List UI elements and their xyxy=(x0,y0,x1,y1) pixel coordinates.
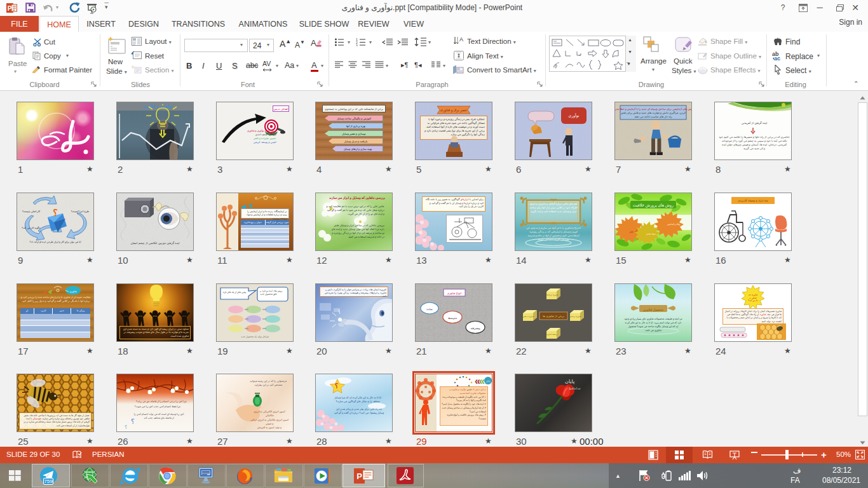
svg-text:ac: ac xyxy=(774,55,780,61)
svg-text:فناوری صنعتی: فناوری صنعتی xyxy=(522,315,534,318)
svg-text:نکته می آیند با خود و سپس به چ: نکته می آیند با خود و سپس به چشم می آورد… xyxy=(722,139,787,142)
svg-text:آفریدنی، درختان، ایده ها، آسما: آفریدنی، درختان، ایده ها، آسمان و هوش چی… xyxy=(722,143,787,146)
svg-text:میوه بیشتر: میوه بیشتر xyxy=(646,233,656,235)
svg-text:اید که این وسایل چگونه ساخته م: اید که این وسایل چگونه ساخته می شوند؟ مح… xyxy=(628,325,679,328)
svg-text:نوآوری: نوآوری xyxy=(569,112,580,118)
svg-text:وقتی فکر از یک فکر تازه: وقتی فکر از یک فکر تازه xyxy=(223,291,247,294)
svg-text:P: P xyxy=(356,471,362,481)
svg-text:کردن، فراگیری دانش و مهارت های: کردن، فراگیری دانش و مهارت های جدید و تل… xyxy=(621,111,686,114)
svg-text:هر آنچه و طبیعت، محصولات فناور: هر آنچه و طبیعت، محصولات فناوری های بسیا… xyxy=(624,317,682,320)
svg-text:ساده: ساده xyxy=(426,308,433,311)
svg-text:چرا فقط اجسام آهنی جذب آهن ربا: چرا فقط اجسام آهنی جذب آهن ربا می شوند؟ xyxy=(135,405,181,408)
svg-text:فناوری ارتباطات: فناوری ارتباطات xyxy=(545,294,559,296)
svg-text:محصول فناوری: محصول فناوری xyxy=(643,308,663,312)
svg-text:مختلف را به شکل های گوناگون می: مختلف را به شکل های گوناگون می سازند؟ xyxy=(336,400,379,403)
svg-text:طرح اجرا کیست؟: طرح اجرا کیست؟ xyxy=(71,210,89,213)
svg-text:راه حل های مناسب ادامه می دهند: راه حل های مناسب ادامه می دهند xyxy=(634,115,672,118)
svg-text:متوسط: متوسط xyxy=(448,316,458,320)
svg-text:رفاه و آسایش: رفاه و آسایش xyxy=(667,222,681,226)
svg-text:ایده گرفتن دوربین عکاسی از چشم: ایده گرفتن دوربین عکاسی از چشم انسان xyxy=(130,241,179,245)
svg-text:وسایل پیشنهاد می کنید؟ درباره: وسایل پیشنهاد می کنید؟ درباره آن گفت و گ… xyxy=(334,411,384,414)
svg-text:از فاصله های مختلف جذب کند: از فاصله های مختلف جذب کند xyxy=(144,417,173,419)
svg-text:A: A xyxy=(311,38,316,48)
svg-text:انواع فناوری: انواع فناوری xyxy=(447,292,462,295)
svg-text:خلق محصول جدید: خلق محصول جدید xyxy=(260,293,277,295)
svg-text:چرا آهن ربا برخی اجسام را از ف: چرا آهن ربا برخی اجسام را از فاصله دور م… xyxy=(136,400,187,403)
svg-text:چگونه کار می کند؟: چگونه کار می کند؟ xyxy=(22,226,41,229)
svg-text:کار اصلی چیست؟: کار اصلی چیست؟ xyxy=(22,210,40,213)
svg-text:پایان: پایان xyxy=(565,379,574,384)
svg-text:روش های آزمایشی برای ساختن وسی: روش های آزمایشی برای ساختن وسیله ای جدید… xyxy=(615,107,691,111)
svg-text:مراحل تولید یک محصول جدید: مراحل تولید یک محصول جدید xyxy=(241,336,269,338)
svg-text:«: « xyxy=(479,376,485,386)
svg-text:3: 3 xyxy=(356,44,358,47)
svg-text:P: P xyxy=(8,5,12,12)
svg-text:دارد که می توانند اسم ببرید. آ: دارد که می توانند اسم ببرید. آیا تا به ح… xyxy=(625,321,682,324)
svg-text:آیا تا به حال به این فکر کرده: آیا تا به حال به این فکر کرده اید که چرا… xyxy=(334,396,381,399)
svg-text:آیا می توان برای کار و ابزار ط: آیا می توان برای کار و ابزار طرحی ایده ا… xyxy=(30,240,82,243)
svg-text:فناوری پزشکی: فناوری پزشکی xyxy=(569,315,581,318)
svg-text:خداحافظ: خداحافظ xyxy=(569,387,581,390)
svg-text:؟: ؟ xyxy=(335,383,338,390)
svg-text:آهن ربا وسیله ای است که می توا: آهن ربا وسیله ای است که می تواند اجسام آ… xyxy=(134,412,185,416)
svg-text:ایده گرفتن از آفریدنی: ایده گرفتن از آفریدنی xyxy=(742,121,767,125)
svg-text:برخی از فناوری ها: برخی از فناوری ها xyxy=(543,315,564,318)
svg-text:عناصری که در برخی از راه حلها: عناصری که در برخی از راه حلها و مسیرها ر… xyxy=(719,135,790,139)
svg-text:پایان: پایان xyxy=(486,380,491,383)
svg-text:A: A xyxy=(459,36,463,43)
svg-text:؟: ؟ xyxy=(125,424,127,430)
svg-text:فناوری: فناوری xyxy=(69,290,76,293)
svg-text:چه راه هایی برای بهتر شدن و زی: چه راه هایی برای بهتر شدن و زیباتر شدن ا… xyxy=(336,407,383,410)
svg-text:روش های ایده پردازی و: روش های ایده پردازی و xyxy=(259,290,283,292)
svg-text:و اثر جدید می گیرند: و اثر جدید می گیرند xyxy=(743,147,765,150)
svg-text:روش های پرورش خلاقیت: روش های پرورش خلاقیت xyxy=(633,203,674,208)
svg-text:فناوری می نامند: فناوری می نامند xyxy=(645,329,661,332)
svg-text:؟: ؟ xyxy=(53,208,57,218)
svg-text:زیست فناوری: زیست فناوری xyxy=(546,333,557,336)
svg-text:پیشرفته: پیشرفته xyxy=(470,327,480,330)
svg-text:؟: ؟ xyxy=(131,417,135,425)
